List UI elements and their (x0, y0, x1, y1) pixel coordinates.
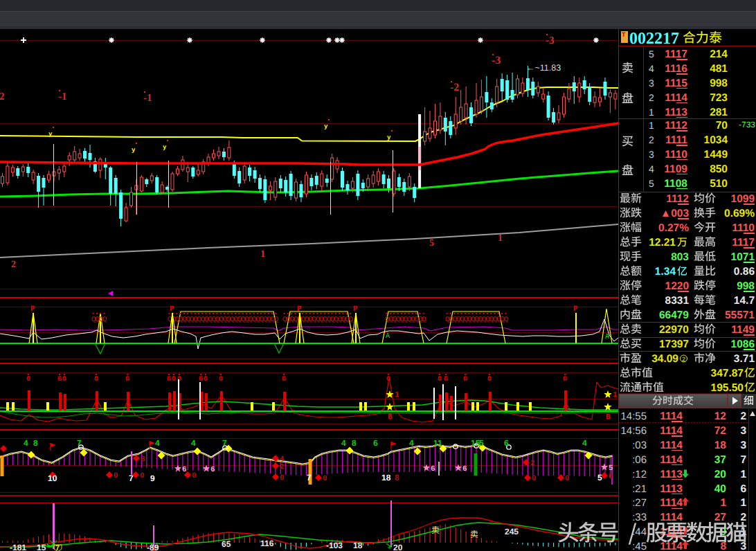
svg-text:1116: 1116 (665, 63, 687, 75)
svg-text:4: 4 (341, 438, 346, 448)
svg-text:0: 0 (192, 472, 197, 480)
svg-text:15: 15 (37, 543, 46, 551)
svg-text:G: G (177, 376, 181, 383)
svg-text:-3: -3 (546, 35, 555, 46)
svg-text:-1: -1 (58, 91, 67, 102)
svg-text:8: 8 (352, 438, 357, 448)
svg-text:40: 40 (714, 483, 726, 495)
svg-text:-2: -2 (450, 82, 459, 93)
svg-text:4: 4 (191, 438, 196, 448)
svg-text:y: y (324, 123, 328, 130)
svg-text:G: G (219, 376, 223, 383)
svg-text:34.09: 34.09 (651, 353, 678, 365)
svg-text:8331: 8331 (665, 295, 690, 307)
svg-text:6: 6 (504, 438, 509, 448)
svg-text:14.7: 14.7 (734, 295, 755, 307)
svg-text:1114: 1114 (665, 92, 687, 104)
svg-text:1113: 1113 (660, 483, 683, 495)
svg-text:195.50: 195.50 (711, 382, 744, 394)
svg-text:-1: -1 (143, 93, 152, 104)
svg-text:2: 2 (740, 410, 746, 422)
svg-text:7: 7 (307, 473, 312, 482)
svg-text:1.34: 1.34 (655, 266, 676, 278)
svg-text::06: :06 (632, 454, 647, 466)
svg-text:0: 0 (280, 474, 285, 482)
svg-text:1114: 1114 (660, 425, 683, 437)
svg-text:11: 11 (433, 438, 442, 448)
svg-text:y: y (387, 134, 391, 141)
svg-text:65: 65 (222, 539, 231, 549)
svg-text:12.21: 12.21 (649, 237, 676, 249)
svg-text:1112: 1112 (666, 193, 689, 205)
svg-text:18: 18 (714, 440, 727, 451)
svg-text:7: 7 (77, 438, 82, 448)
svg-text:-181: -181 (10, 543, 26, 551)
svg-text:281: 281 (710, 107, 728, 118)
svg-text:3: 3 (740, 440, 746, 451)
svg-text::27: :27 (632, 497, 647, 509)
svg-text:6: 6 (210, 466, 215, 474)
svg-text:G: G (463, 376, 467, 383)
svg-text:G: G (282, 376, 286, 383)
svg-text:G: G (487, 376, 492, 383)
svg-text:←~11.83: ←~11.83 (526, 63, 561, 73)
svg-text:1110: 1110 (732, 222, 755, 234)
svg-text:17397: 17397 (659, 338, 689, 350)
svg-text:0: 0 (323, 475, 327, 483)
svg-text:1: 1 (613, 391, 618, 399)
svg-text:▲003: ▲003 (660, 208, 690, 219)
svg-text:1117: 1117 (732, 237, 755, 249)
svg-text:2: 2 (280, 463, 285, 471)
svg-text:116: 116 (260, 539, 274, 548)
svg-text:P: P (30, 305, 35, 314)
svg-text:1: 1 (260, 249, 265, 260)
svg-text:9: 9 (150, 473, 155, 483)
svg-text:6: 6 (740, 483, 746, 495)
svg-text:723: 723 (710, 92, 728, 104)
svg-text::03: :03 (632, 440, 647, 451)
svg-text:12: 12 (714, 410, 726, 422)
svg-text:-103: -103 (326, 541, 343, 550)
svg-text:G: G (167, 376, 171, 383)
svg-text:998: 998 (710, 78, 728, 89)
svg-text:7: 7 (129, 473, 134, 483)
svg-text:6: 6 (373, 438, 378, 448)
svg-text:0.86: 0.86 (734, 266, 755, 278)
svg-text:P: P (573, 305, 578, 314)
svg-text:3: 3 (649, 78, 654, 89)
svg-text:1: 1 (740, 469, 746, 480)
svg-text:0: 0 (565, 475, 570, 483)
svg-text:7: 7 (222, 438, 227, 448)
svg-text:3: 3 (649, 149, 654, 160)
svg-text:1: 1 (649, 107, 654, 118)
svg-text:1: 1 (720, 497, 726, 509)
svg-text::45: :45 (632, 541, 647, 551)
svg-text:1086: 1086 (731, 338, 755, 350)
svg-text:37: 37 (714, 454, 726, 466)
svg-text:5: 5 (479, 438, 484, 448)
svg-text:2: 2 (11, 260, 16, 270)
svg-text:2: 2 (530, 460, 535, 468)
svg-text:1449: 1449 (704, 149, 728, 161)
svg-text:G: G (199, 376, 203, 383)
svg-text:4: 4 (649, 163, 654, 174)
svg-text:y: y (163, 144, 167, 151)
svg-text:y: y (48, 131, 53, 138)
svg-text:1114: 1114 (660, 512, 683, 523)
svg-text:G: G (438, 376, 442, 383)
svg-text:1111: 1111 (665, 134, 687, 146)
svg-text:22970: 22970 (659, 324, 689, 336)
svg-text::33: :33 (632, 512, 647, 523)
svg-text:5: 5 (649, 178, 654, 189)
svg-text:1: 1 (395, 391, 399, 399)
svg-text:70: 70 (716, 120, 728, 132)
svg-text:1: 1 (740, 497, 746, 509)
svg-text:6: 6 (182, 466, 187, 474)
svg-text:G: G (172, 376, 176, 383)
svg-text:T: T (622, 31, 626, 38)
svg-text:G: G (62, 376, 66, 383)
svg-text:2: 2 (682, 356, 685, 363)
svg-text:2: 2 (740, 512, 746, 523)
svg-text:8: 8 (395, 473, 399, 482)
svg-text:0: 0 (609, 473, 613, 481)
